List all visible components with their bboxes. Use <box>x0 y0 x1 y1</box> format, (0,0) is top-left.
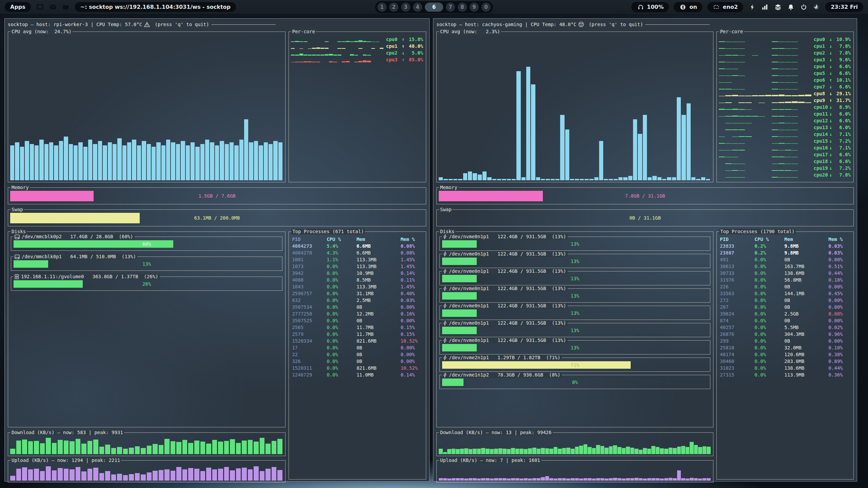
download-panel-title: Download (KB/s) — now: 583 | peak: 9931 <box>11 430 124 435</box>
power-icon[interactable] <box>800 3 808 11</box>
workspace-button[interactable]: 7 <box>446 2 455 12</box>
signal-bars-icon[interactable] <box>761 3 769 11</box>
process-row: 299 0.0% 0B 0.00% <box>717 338 853 344</box>
process-pid: 272 <box>720 297 754 304</box>
terminal-title-line: socktop — host: rpi-worker-3 | CPU Temp:… <box>8 20 426 28</box>
process-cpu: 0.0% <box>754 256 784 263</box>
per-core-panel-title: Per-core <box>291 29 316 35</box>
process-mem: 6.6MB <box>356 249 400 256</box>
disk-entry: /dev/nvme2n1p1 1.29TB / 1.82TB (71%) 71% <box>439 358 710 372</box>
process-cpu: 0.0% <box>327 317 356 324</box>
notifications-bell-icon[interactable] <box>787 3 795 11</box>
core-name: cpu20 <box>813 172 828 178</box>
workspace-button[interactable]: 4 <box>413 2 422 12</box>
process-mempct: 1.45% <box>400 256 423 263</box>
workspace-button[interactable]: 6 <box>425 2 443 12</box>
core-trend-arrow-icon: ↓ <box>828 125 834 130</box>
memory-usage-text: 7.8GB / 31.1GB <box>437 188 853 204</box>
stats-circle-icon[interactable] <box>812 3 821 11</box>
folder-icon[interactable] <box>62 4 70 11</box>
process-mempct: 0.51% <box>828 263 850 270</box>
window-icon[interactable] <box>36 4 44 11</box>
process-mempct: 0.44% <box>828 365 850 371</box>
core-row: cpu7 ↓ 6.6% <box>719 83 851 90</box>
disks-panel-title: Disks <box>11 229 27 235</box>
workspace-button[interactable]: 3 <box>401 2 410 12</box>
top-processes-panel: Top Processes (671 total) PID CPU % Mem … <box>289 231 426 480</box>
process-mem: 11.7MB <box>356 331 400 338</box>
apps-button[interactable]: Apps <box>5 2 31 12</box>
core-usage-value: 7.8% <box>833 172 851 178</box>
process-cpu: 0.0% <box>327 371 356 378</box>
core-row: cpu16 ↓ 7.1% <box>719 144 851 151</box>
workspace-button[interactable]: 8 <box>458 2 467 12</box>
process-pid: 31976 <box>720 277 754 283</box>
process-mem: 144.1MB <box>784 290 828 297</box>
disk-usage-track: 60% <box>14 240 280 248</box>
core-trend-arrow-icon: ↓ <box>828 131 834 137</box>
process-mempct: 0.03% <box>828 249 850 256</box>
power-profile-bolt-icon[interactable] <box>748 3 756 11</box>
per-core-panel: Per-core cpu0 ↑ 15.8% cpu1 <box>289 32 426 182</box>
core-name: cpu1 <box>386 43 400 49</box>
process-cpu: 0.0% <box>327 263 356 270</box>
process-row: 17 0.0% 0B 0.00% <box>289 344 426 351</box>
volume-indicator[interactable]: 100% <box>631 2 669 12</box>
disk-entry-text: /dev/nvme1n1p2 78.3GB / 930.6GB (8%) <box>449 372 560 378</box>
layers-icon[interactable] <box>774 3 782 11</box>
clock[interactable]: 23:32 Fri <box>825 2 863 12</box>
process-row: 1520311 0.0% 821.6MB 10.52% <box>289 365 426 371</box>
core-name: cpu19 <box>813 165 828 171</box>
core-trend-arrow-icon: ↓ <box>828 172 834 178</box>
bluetooth-indicator[interactable]: on <box>674 2 702 12</box>
download-panel: Download (KB/s) — now: 583 | peak: 9931 <box>8 432 285 456</box>
process-pid: 1073 <box>292 263 327 270</box>
core-usage-value: 6.6% <box>833 152 851 157</box>
core-sparkline <box>719 71 812 76</box>
process-cpu: 0.0% <box>754 270 784 277</box>
core-name: cpu3 <box>386 57 400 62</box>
window-title[interactable]: ~: socktop ws://192.168.1.104:3031/ws - … <box>75 2 236 12</box>
process-pid: 40257 <box>720 324 754 331</box>
core-sparkline <box>719 145 812 150</box>
disk-usage-track: 13% <box>442 258 708 265</box>
core-usage-value: 31.7% <box>833 98 851 103</box>
desktop-wallpaper: socktop — host: rpi-worker-3 | CPU Temp:… <box>0 14 868 488</box>
core-trend-arrow-icon: ↓ <box>828 104 834 110</box>
core-sparkline <box>719 84 812 89</box>
workspace-button[interactable]: 2 <box>389 2 398 12</box>
top-processes-panel: Top Processes (1790 total) PID CPU % Mem… <box>716 231 854 480</box>
process-mempct: 0.00% <box>400 344 423 351</box>
disk-entry-title: /dev/nvme0n1p1 122.4GB / 931.5GB (13%) <box>442 286 568 291</box>
core-usage-value: 7.1% <box>833 145 851 150</box>
workspace-button[interactable]: 1 <box>377 2 387 12</box>
core-trend-arrow-icon: ↓ <box>828 84 834 89</box>
core-name: cpu14 <box>813 131 828 137</box>
process-cpu: 0.0% <box>754 331 784 338</box>
core-sparkline <box>719 64 812 69</box>
process-mem: 138.6MB <box>784 365 828 371</box>
core-name: cpu18 <box>813 159 828 164</box>
workspace-button[interactable]: 9 <box>470 2 479 12</box>
core-trend-arrow-icon: ↓ <box>828 43 834 49</box>
core-sparkline <box>719 78 812 83</box>
terminal-window-rpi-worker-3[interactable]: socktop — host: rpi-worker-3 | CPU Temp:… <box>4 18 430 482</box>
process-table-header: PID CPU % Mem Mem % <box>289 236 426 243</box>
core-row: cpu6 ↑ 10.1% <box>719 77 851 83</box>
disk-usage-percent: 13% <box>442 327 708 334</box>
network-indicator[interactable]: eno2 <box>707 2 743 12</box>
col-mem: Mem <box>356 236 400 243</box>
workspace-button[interactable]: 0 <box>481 2 491 12</box>
process-mempct: 0.96% <box>828 331 850 338</box>
terminal-window-cachyos-gaming[interactable]: socktop — host: cachyos-gaming | CPU Tem… <box>433 18 857 482</box>
core-sparkline <box>719 111 812 117</box>
disk-entry-text: /dev/nvme0n1p1 122.4GB / 931.5GB (13%) <box>449 251 566 257</box>
disk-entry-text: /dev/nvme0n1p1 122.4GB / 931.5GB (13%) <box>449 234 566 240</box>
process-row: 25818 0.0% 32.0MB 0.10% <box>717 344 853 351</box>
core-usage-value: 7.2% <box>833 138 851 144</box>
disk-entry-title: /dev/nvme0n1p1 122.4GB / 931.5GB (13%) <box>442 303 568 309</box>
title-rule <box>211 24 276 25</box>
disk-entry-text: /dev/nvme0n1p1 122.4GB / 931.5GB (13%) <box>449 268 566 274</box>
process-row: 272 0.0% 0B 0.00% <box>717 297 853 304</box>
mail-icon[interactable] <box>49 4 57 11</box>
